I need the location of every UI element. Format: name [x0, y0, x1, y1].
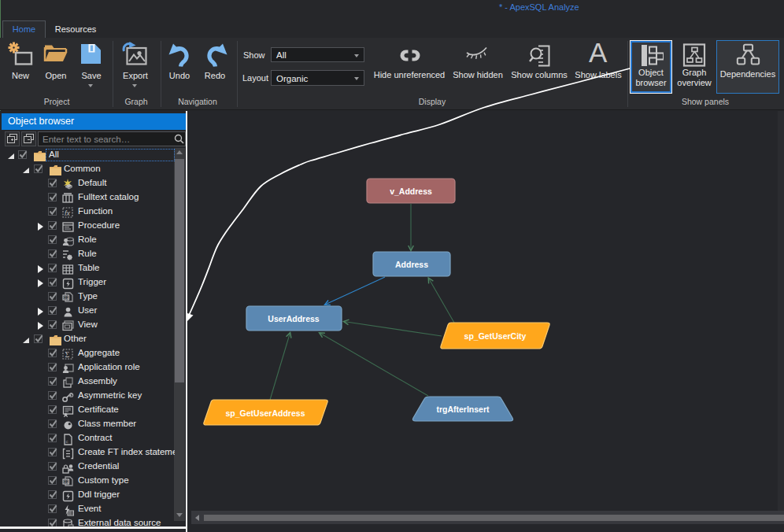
svg-text:sp_GetUserAddress: sp_GetUserAddress [226, 408, 305, 418]
svg-text:fx: fx [65, 209, 71, 217]
svg-text:Address: Address [395, 260, 428, 269]
svg-text:01: 01 [64, 295, 68, 300]
svg-text:sp_GetUserCity: sp_GetUserCity [464, 331, 527, 341]
svg-text:v_Address: v_Address [390, 187, 432, 196]
svg-text:Σ: Σ [65, 350, 69, 359]
svg-text:UserAddress: UserAddress [268, 314, 320, 323]
svg-text:c: c [65, 439, 68, 444]
svg-text:01: 01 [64, 479, 68, 484]
svg-text:trgAfterInsert: trgAfterInsert [436, 405, 490, 414]
